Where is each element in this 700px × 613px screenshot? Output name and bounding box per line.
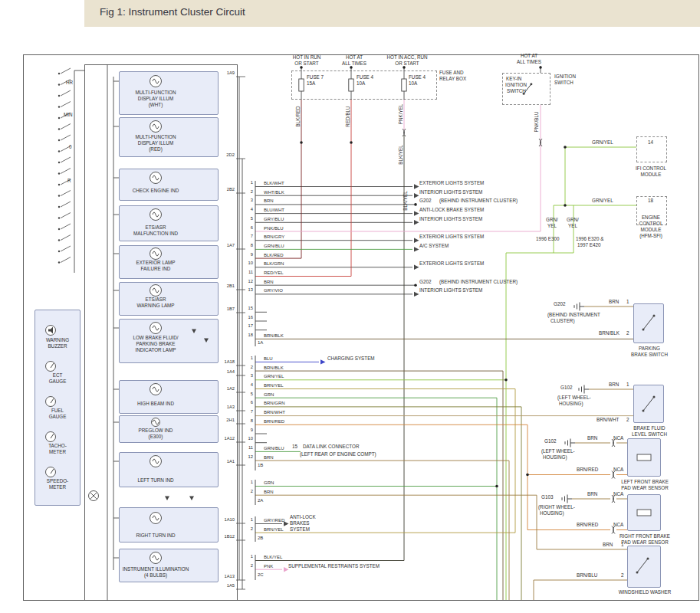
label: MODULE [641,228,662,232]
label: (BEHIND INSTRUMENT [547,313,600,317]
gauge-icon [46,467,56,477]
ind-right-turn-label: RIGHT TURN IND [136,533,175,538]
label: NCA [613,467,623,472]
label: DISPLAY ILLUM [138,141,173,146]
wire-color-label: BRN/GRY [264,234,284,239]
label: BRN [609,300,619,304]
label: BRN [609,382,619,387]
label: CLUSTER) [550,319,575,323]
label: HOT IN RUN [293,55,321,60]
ind-check-engine-label: CHECK ENGINE IND [133,188,179,193]
label: 1 [621,543,624,547]
arrow-icon [414,292,419,297]
cluster-pin-1A3: 1A3 [227,405,235,410]
pin-number: 3 [251,198,253,203]
label: 15A [307,81,315,86]
switch-contact-icon [58,251,60,252]
switch-tick-icon [61,257,71,263]
label: EXTERIOR LIGHTS SYSTEM [419,234,484,239]
label: BRN [603,543,613,547]
label: NCA [613,523,623,527]
label: SWITCH [554,80,573,85]
wire [534,580,627,600]
wire [255,135,404,561]
junction-dot [350,66,353,69]
ind-ets-warn-label: ETS/ASR [146,297,166,302]
cluster-pin-1A5: 1A5 [227,584,235,588]
switch-contact-icon [58,217,60,218]
junction-dot [495,485,498,488]
label: HOT AT [521,54,537,58]
ind-preglow-label: PREGLOW IND [139,428,173,433]
label: 1 [626,300,629,304]
switch-contact-icon [58,184,60,185]
label: HR [66,80,73,85]
switch-contact-icon [58,206,60,208]
junction-dot [414,284,417,287]
pin-number: 1 [251,518,253,523]
wire-color-label: WHT/BLK [264,190,284,195]
cluster-pin-1A12: 1A12 [224,437,235,441]
sensor-resistor-icon [637,510,651,516]
fuse-icon [402,79,406,91]
switch-contact-icon [647,558,649,560]
left-pad-sensor-label: LEFT FRONT BRAKE [621,480,669,484]
ind-low-brake-label: LOW BRAKE FLUID/ [133,336,178,340]
wire-color-label: GRN/YEL [264,374,284,379]
diode-icon [165,497,169,501]
junction-dot [564,204,567,207]
label: GRN/YEL [592,140,613,145]
label: BLK/YEL [403,191,408,211]
label: 14 [648,140,653,145]
switch-tick-icon [61,246,71,251]
pin-number: 7 [251,234,253,239]
wire [255,100,351,277]
arrow-icon [414,193,419,198]
fuse4a-label: FUSE 4 [357,75,373,80]
pin-number: 6 [251,401,253,405]
label: NCA [613,436,623,441]
parking-brake-label: PARKING [639,346,660,351]
pin-number: 12 [248,455,253,460]
connector-label-1A: 1A [258,340,263,345]
arrow-icon [320,359,326,364]
label: BRAKES [290,521,310,526]
pin-number: 4 [251,383,253,388]
junction-dot [300,66,303,69]
label: (BEHIND INSTRUMENT CLUSTER) [439,198,518,203]
pin-number: 8 [251,419,253,424]
label: EXTERIOR LIGHTS SYSTEM [419,261,484,266]
pin-number: 12 [248,280,253,284]
pin-number: 2 [251,527,253,532]
cluster-pin-1A4: 1A4 [227,370,235,375]
wire-color-label: BRN/BLK [264,366,284,370]
cluster-pin-1A1: 1A1 [227,460,235,464]
label: BUZZER [48,344,67,349]
ecm-label: ENGINE [642,215,660,220]
switch-contact-icon [58,239,60,241]
ind-ets-malf-label: ETS/ASR [146,225,166,230]
wire-color-label: RED/YEL [264,270,284,275]
switch-contact-icon [653,315,656,317]
pin-number: 6 [251,226,253,231]
pin-number: 2 [251,366,253,370]
wire-color-label: GRY/RED [264,518,284,523]
label: (LEFT REAR OF ENGINE COMPT) [300,452,376,457]
label: GRN/ [567,218,579,222]
pin-number: 16 [248,316,253,320]
pin-number: 9 [251,253,253,257]
label: 0 [69,145,72,149]
label: BRN/WHT [596,418,619,422]
wire-color-label: BLU [264,356,273,361]
brake-fluid-label: BRAKE FLUID [633,426,665,431]
cluster-pin-1A7: 1A7 [227,244,235,248]
label: BLK/RED [296,107,301,127]
fuse7-label: FUSE 7 [307,75,324,80]
label: HOT IN ACC, RUN [386,55,427,60]
wire-color-label: PNK [264,564,273,569]
label: (HFM-SFI) [639,234,662,238]
switch-contact-icon [642,329,645,331]
warning-buzzer-label: WARNING [46,338,69,343]
cluster-pin-2B2: 2B2 [227,188,235,192]
fuse-icon [349,79,353,91]
